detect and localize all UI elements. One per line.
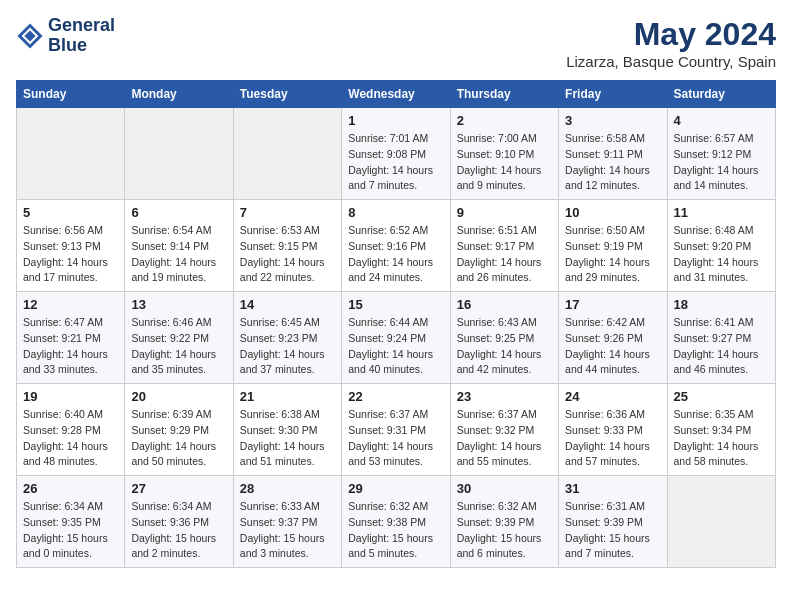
calendar-cell: 18Sunrise: 6:41 AMSunset: 9:27 PMDayligh…: [667, 292, 775, 384]
calendar-cell: 12Sunrise: 6:47 AMSunset: 9:21 PMDayligh…: [17, 292, 125, 384]
day-number: 1: [348, 113, 443, 128]
day-info: Sunrise: 6:53 AMSunset: 9:15 PMDaylight:…: [240, 223, 335, 286]
day-header-saturday: Saturday: [667, 81, 775, 108]
day-info: Sunrise: 6:34 AMSunset: 9:36 PMDaylight:…: [131, 499, 226, 562]
week-row-5: 26Sunrise: 6:34 AMSunset: 9:35 PMDayligh…: [17, 476, 776, 568]
day-number: 3: [565, 113, 660, 128]
day-number: 30: [457, 481, 552, 496]
day-number: 7: [240, 205, 335, 220]
day-number: 6: [131, 205, 226, 220]
day-info: Sunrise: 6:51 AMSunset: 9:17 PMDaylight:…: [457, 223, 552, 286]
day-number: 21: [240, 389, 335, 404]
week-row-4: 19Sunrise: 6:40 AMSunset: 9:28 PMDayligh…: [17, 384, 776, 476]
day-number: 4: [674, 113, 769, 128]
day-number: 5: [23, 205, 118, 220]
day-info: Sunrise: 7:01 AMSunset: 9:08 PMDaylight:…: [348, 131, 443, 194]
subtitle: Lizarza, Basque Country, Spain: [566, 53, 776, 70]
day-number: 28: [240, 481, 335, 496]
calendar-cell: 19Sunrise: 6:40 AMSunset: 9:28 PMDayligh…: [17, 384, 125, 476]
day-info: Sunrise: 6:39 AMSunset: 9:29 PMDaylight:…: [131, 407, 226, 470]
calendar-cell: 5Sunrise: 6:56 AMSunset: 9:13 PMDaylight…: [17, 200, 125, 292]
calendar-cell: [667, 476, 775, 568]
day-number: 19: [23, 389, 118, 404]
week-row-2: 5Sunrise: 6:56 AMSunset: 9:13 PMDaylight…: [17, 200, 776, 292]
day-info: Sunrise: 6:46 AMSunset: 9:22 PMDaylight:…: [131, 315, 226, 378]
day-number: 17: [565, 297, 660, 312]
day-number: 26: [23, 481, 118, 496]
day-info: Sunrise: 6:42 AMSunset: 9:26 PMDaylight:…: [565, 315, 660, 378]
title-area: May 2024 Lizarza, Basque Country, Spain: [566, 16, 776, 70]
calendar-cell: 17Sunrise: 6:42 AMSunset: 9:26 PMDayligh…: [559, 292, 667, 384]
day-number: 22: [348, 389, 443, 404]
day-header-thursday: Thursday: [450, 81, 558, 108]
day-header-friday: Friday: [559, 81, 667, 108]
day-info: Sunrise: 6:31 AMSunset: 9:39 PMDaylight:…: [565, 499, 660, 562]
days-header-row: SundayMondayTuesdayWednesdayThursdayFrid…: [17, 81, 776, 108]
calendar-cell: 23Sunrise: 6:37 AMSunset: 9:32 PMDayligh…: [450, 384, 558, 476]
day-number: 25: [674, 389, 769, 404]
day-number: 13: [131, 297, 226, 312]
day-info: Sunrise: 6:36 AMSunset: 9:33 PMDaylight:…: [565, 407, 660, 470]
calendar-cell: 30Sunrise: 6:32 AMSunset: 9:39 PMDayligh…: [450, 476, 558, 568]
calendar-cell: 14Sunrise: 6:45 AMSunset: 9:23 PMDayligh…: [233, 292, 341, 384]
day-info: Sunrise: 6:37 AMSunset: 9:32 PMDaylight:…: [457, 407, 552, 470]
day-info: Sunrise: 6:33 AMSunset: 9:37 PMDaylight:…: [240, 499, 335, 562]
day-number: 24: [565, 389, 660, 404]
calendar-cell: 8Sunrise: 6:52 AMSunset: 9:16 PMDaylight…: [342, 200, 450, 292]
day-info: Sunrise: 6:58 AMSunset: 9:11 PMDaylight:…: [565, 131, 660, 194]
logo: General Blue: [16, 16, 115, 56]
day-info: Sunrise: 6:56 AMSunset: 9:13 PMDaylight:…: [23, 223, 118, 286]
day-number: 31: [565, 481, 660, 496]
week-row-1: 1Sunrise: 7:01 AMSunset: 9:08 PMDaylight…: [17, 108, 776, 200]
calendar-cell: [233, 108, 341, 200]
day-number: 23: [457, 389, 552, 404]
calendar-cell: 22Sunrise: 6:37 AMSunset: 9:31 PMDayligh…: [342, 384, 450, 476]
calendar-cell: 31Sunrise: 6:31 AMSunset: 9:39 PMDayligh…: [559, 476, 667, 568]
day-number: 16: [457, 297, 552, 312]
calendar-cell: 21Sunrise: 6:38 AMSunset: 9:30 PMDayligh…: [233, 384, 341, 476]
calendar-cell: 3Sunrise: 6:58 AMSunset: 9:11 PMDaylight…: [559, 108, 667, 200]
logo-text: General Blue: [48, 16, 115, 56]
day-info: Sunrise: 6:37 AMSunset: 9:31 PMDaylight:…: [348, 407, 443, 470]
main-title: May 2024: [566, 16, 776, 53]
day-info: Sunrise: 6:50 AMSunset: 9:19 PMDaylight:…: [565, 223, 660, 286]
day-info: Sunrise: 7:00 AMSunset: 9:10 PMDaylight:…: [457, 131, 552, 194]
day-number: 12: [23, 297, 118, 312]
calendar-table: SundayMondayTuesdayWednesdayThursdayFrid…: [16, 80, 776, 568]
calendar-cell: 29Sunrise: 6:32 AMSunset: 9:38 PMDayligh…: [342, 476, 450, 568]
calendar-cell: 15Sunrise: 6:44 AMSunset: 9:24 PMDayligh…: [342, 292, 450, 384]
day-number: 29: [348, 481, 443, 496]
day-number: 27: [131, 481, 226, 496]
logo-line2: Blue: [48, 36, 115, 56]
day-info: Sunrise: 6:47 AMSunset: 9:21 PMDaylight:…: [23, 315, 118, 378]
day-info: Sunrise: 6:40 AMSunset: 9:28 PMDaylight:…: [23, 407, 118, 470]
calendar-cell: 11Sunrise: 6:48 AMSunset: 9:20 PMDayligh…: [667, 200, 775, 292]
day-number: 20: [131, 389, 226, 404]
day-info: Sunrise: 6:34 AMSunset: 9:35 PMDaylight:…: [23, 499, 118, 562]
calendar-cell: [17, 108, 125, 200]
calendar-cell: 26Sunrise: 6:34 AMSunset: 9:35 PMDayligh…: [17, 476, 125, 568]
calendar-cell: 2Sunrise: 7:00 AMSunset: 9:10 PMDaylight…: [450, 108, 558, 200]
day-number: 2: [457, 113, 552, 128]
calendar-cell: 25Sunrise: 6:35 AMSunset: 9:34 PMDayligh…: [667, 384, 775, 476]
day-info: Sunrise: 6:52 AMSunset: 9:16 PMDaylight:…: [348, 223, 443, 286]
day-info: Sunrise: 6:35 AMSunset: 9:34 PMDaylight:…: [674, 407, 769, 470]
day-header-wednesday: Wednesday: [342, 81, 450, 108]
day-number: 10: [565, 205, 660, 220]
week-row-3: 12Sunrise: 6:47 AMSunset: 9:21 PMDayligh…: [17, 292, 776, 384]
day-info: Sunrise: 6:43 AMSunset: 9:25 PMDaylight:…: [457, 315, 552, 378]
day-info: Sunrise: 6:44 AMSunset: 9:24 PMDaylight:…: [348, 315, 443, 378]
calendar-cell: 6Sunrise: 6:54 AMSunset: 9:14 PMDaylight…: [125, 200, 233, 292]
day-header-tuesday: Tuesday: [233, 81, 341, 108]
day-number: 15: [348, 297, 443, 312]
calendar-cell: 27Sunrise: 6:34 AMSunset: 9:36 PMDayligh…: [125, 476, 233, 568]
day-info: Sunrise: 6:57 AMSunset: 9:12 PMDaylight:…: [674, 131, 769, 194]
day-info: Sunrise: 6:48 AMSunset: 9:20 PMDaylight:…: [674, 223, 769, 286]
day-info: Sunrise: 6:32 AMSunset: 9:38 PMDaylight:…: [348, 499, 443, 562]
calendar-cell: [125, 108, 233, 200]
logo-line1: General: [48, 16, 115, 36]
day-number: 9: [457, 205, 552, 220]
day-number: 18: [674, 297, 769, 312]
day-header-sunday: Sunday: [17, 81, 125, 108]
day-info: Sunrise: 6:38 AMSunset: 9:30 PMDaylight:…: [240, 407, 335, 470]
